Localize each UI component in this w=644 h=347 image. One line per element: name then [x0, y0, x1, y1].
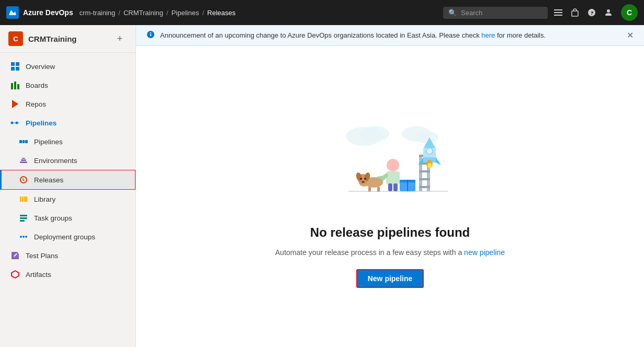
sidebar-item-deployment-groups[interactable]: Deployment groups — [0, 227, 135, 246]
add-project-button[interactable]: + — [112, 31, 127, 46]
content-area: Announcement of an upcoming change to Az… — [136, 25, 644, 347]
svg-rect-3 — [554, 15, 562, 16]
svg-point-32 — [25, 236, 27, 238]
svg-point-53 — [427, 163, 432, 168]
avatar[interactable]: C — [621, 4, 638, 21]
svg-rect-69 — [377, 187, 380, 192]
artifacts-icon — [10, 269, 20, 280]
sidebar-item-test-plans[interactable]: Test Plans — [0, 246, 135, 265]
sidebar-item-releases[interactable]: Releases — [0, 170, 135, 190]
breadcrumb-crmtraining[interactable]: CRMTraining — [123, 9, 163, 17]
sidebar-item-label: Pipelines — [26, 119, 57, 127]
sidebar-item-boards[interactable]: Boards — [0, 76, 135, 95]
svg-rect-10 — [14, 82, 16, 89]
breadcrumb-releases: Releases — [207, 9, 235, 17]
svg-rect-5 — [11, 62, 15, 66]
list-icon[interactable] — [554, 8, 562, 17]
search-icon: 🔍 — [448, 9, 457, 17]
shopping-bag-icon[interactable] — [571, 8, 579, 17]
svg-rect-28 — [20, 217, 27, 219]
svg-rect-1 — [554, 9, 562, 10]
sidebar-item-label: Test Plans — [26, 252, 58, 260]
breadcrumb-sep-3: / — [202, 9, 204, 17]
sidebar-item-label: Task groups — [34, 214, 72, 222]
svg-point-67 — [361, 181, 365, 183]
releases-icon — [18, 175, 29, 185]
info-icon — [146, 30, 155, 40]
sidebar-item-artifacts[interactable]: Artifacts — [0, 265, 135, 284]
svg-rect-6 — [16, 62, 19, 66]
svg-rect-18 — [25, 140, 28, 143]
azure-devops-logo-icon — [6, 6, 19, 19]
svg-rect-16 — [19, 140, 22, 143]
svg-rect-17 — [22, 140, 25, 143]
sidebar-item-pipelines[interactable]: Pipelines — [0, 132, 135, 151]
sidebar-item-pipelines-section[interactable]: Pipelines — [0, 113, 135, 132]
announcement-text: Announcement of an upcoming change to Az… — [160, 31, 546, 39]
svg-rect-25 — [22, 196, 24, 202]
new-pipeline-link[interactable]: new pipeline — [464, 248, 505, 257]
sidebar-item-label: Artifacts — [26, 271, 51, 279]
logo-text: Azure DevOps — [23, 8, 73, 17]
announcement-link[interactable]: here — [481, 31, 495, 39]
empty-state-illustration — [322, 105, 458, 210]
sidebar-item-label: Releases — [34, 176, 63, 184]
breadcrumb-pipelines[interactable]: Pipelines — [172, 9, 199, 17]
svg-rect-8 — [16, 67, 19, 71]
sidebar-item-label: Environments — [34, 157, 77, 165]
pipelines-section-icon — [10, 118, 20, 128]
sidebar-item-environments[interactable]: Environments — [0, 151, 135, 170]
boards-icon — [10, 80, 20, 90]
svg-rect-13 — [14, 123, 16, 123]
svg-rect-55 — [386, 171, 400, 184]
breadcrumb: crm-training / CRMTraining / Pipelines /… — [80, 9, 437, 17]
main-content: C CRMTraining + Overview Boards — [0, 25, 644, 347]
sidebar-nav: Overview Boards Repos P — [0, 53, 135, 288]
sidebar-item-label: Repos — [26, 100, 46, 108]
sidebar: C CRMTraining + Overview Boards — [0, 25, 136, 347]
new-pipeline-button[interactable]: New pipeline — [356, 269, 424, 288]
sidebar-item-label: Library — [34, 195, 55, 203]
breadcrumb-sep-1: / — [118, 9, 120, 17]
svg-rect-43 — [419, 178, 430, 180]
svg-rect-2 — [554, 12, 562, 13]
svg-rect-44 — [419, 186, 430, 188]
breadcrumb-crm-training[interactable]: crm-training — [80, 9, 116, 17]
search-input[interactable] — [461, 9, 543, 17]
svg-rect-24 — [20, 196, 21, 202]
svg-rect-26 — [24, 196, 27, 202]
svg-point-12 — [11, 122, 14, 124]
sidebar-project[interactable]: C CRMTraining — [8, 31, 77, 46]
search-box[interactable]: 🔍 — [443, 7, 548, 19]
sidebar-item-label: Boards — [26, 82, 48, 89]
svg-rect-11 — [17, 84, 19, 89]
sidebar-item-library[interactable]: Library — [0, 190, 135, 209]
sidebar-item-label: Deployment groups — [34, 233, 95, 241]
svg-rect-42 — [419, 170, 430, 172]
project-name: CRMTraining — [28, 34, 77, 43]
empty-state-title: No release pipelines found — [310, 225, 470, 240]
svg-rect-58 — [388, 183, 392, 191]
sidebar-item-task-groups[interactable]: Task groups — [0, 209, 135, 227]
sidebar-item-label: Overview — [26, 63, 55, 71]
sidebar-item-label: Pipelines — [34, 138, 63, 146]
library-icon — [18, 194, 29, 204]
environments-icon — [18, 155, 29, 166]
help-icon[interactable] — [587, 8, 596, 17]
svg-rect-4 — [572, 11, 578, 16]
svg-point-31 — [22, 236, 25, 238]
logo[interactable]: Azure DevOps — [6, 6, 73, 19]
announcement-close-button[interactable]: ✕ — [627, 30, 634, 40]
svg-rect-15 — [18, 123, 19, 123]
sidebar-item-overview[interactable]: Overview — [0, 57, 135, 76]
svg-rect-21 — [20, 161, 27, 163]
topbar: Azure DevOps crm-training / CRMTraining … — [0, 0, 644, 25]
svg-point-65 — [360, 178, 362, 180]
person-icon[interactable] — [604, 8, 613, 17]
sidebar-item-repos[interactable]: Repos — [0, 95, 135, 113]
svg-point-51 — [426, 148, 433, 154]
svg-rect-68 — [368, 187, 371, 192]
repos-icon — [10, 99, 20, 109]
svg-rect-27 — [20, 215, 27, 216]
svg-point-54 — [387, 159, 399, 171]
